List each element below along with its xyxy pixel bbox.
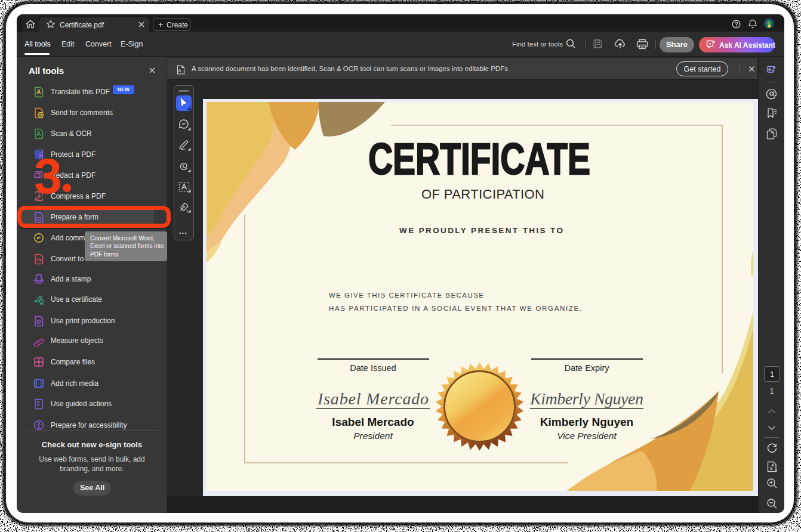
svg-text:WE GIVE THIS CERTIFICATE BECAU: WE GIVE THIS CERTIFICATE BECAUSE xyxy=(329,292,483,299)
svg-text:Date Expiry: Date Expiry xyxy=(565,363,610,373)
svg-text:Isabel Mercado: Isabel Mercado xyxy=(317,389,429,408)
svg-text:Isabel Mercado: Isabel Mercado xyxy=(332,416,414,428)
svg-text:President: President xyxy=(353,431,393,441)
svg-text:Kimberly Nguyen: Kimberly Nguyen xyxy=(529,389,643,408)
svg-text:HAS PARTICIPATED IN A SOCIAL E: HAS PARTICIPATED IN A SOCIAL EVENT THAT … xyxy=(329,305,581,312)
svg-text:CERTIFICATE: CERTIFICATE xyxy=(368,134,590,184)
svg-text:WE PROUDLY PRESENT THIS TO: WE PROUDLY PRESENT THIS TO xyxy=(399,226,563,235)
svg-text:OF PARTICIPATION: OF PARTICIPATION xyxy=(421,187,544,202)
svg-text:Vice President: Vice President xyxy=(557,431,617,441)
svg-text:A: A xyxy=(178,68,181,73)
svg-text:Date Issued: Date Issued xyxy=(350,363,396,373)
svg-text:Kimberly Nguyen: Kimberly Nguyen xyxy=(540,416,633,428)
